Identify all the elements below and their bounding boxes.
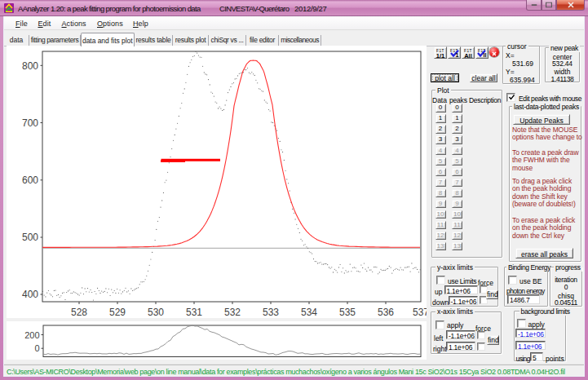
svg-text:0: 0	[34, 343, 39, 353]
svg-text:530: 530	[148, 307, 164, 318]
svg-text:528: 528	[71, 307, 87, 318]
svg-text:534: 534	[301, 307, 317, 318]
svg-text:529: 529	[109, 307, 126, 318]
svg-text:700: 700	[22, 117, 38, 129]
svg-text:200: 200	[24, 330, 39, 340]
svg-text:536: 536	[378, 307, 394, 318]
svg-text:600: 600	[22, 175, 38, 186]
svg-text:537: 537	[413, 307, 427, 318]
svg-text:531: 531	[186, 307, 202, 318]
svg-text:535: 535	[339, 307, 356, 318]
svg-text:532: 532	[224, 307, 241, 318]
svg-text:500: 500	[22, 232, 38, 243]
svg-text:800: 800	[22, 60, 38, 72]
svg-text:533: 533	[263, 307, 279, 318]
svg-text:400: 400	[22, 289, 38, 300]
